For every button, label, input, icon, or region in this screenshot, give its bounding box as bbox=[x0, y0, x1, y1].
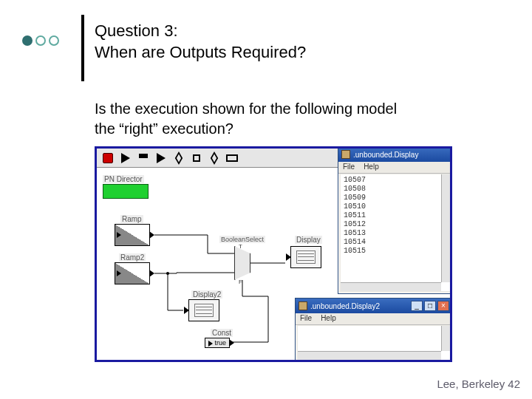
display-menubar: File Help bbox=[338, 162, 452, 174]
play-outline-icon bbox=[175, 151, 183, 165]
maximize-button[interactable]: □ bbox=[424, 301, 436, 311]
display-window-title: .unbounded.Display bbox=[353, 151, 418, 159]
output-port-icon bbox=[149, 231, 154, 239]
display-titlebar[interactable]: .unbounded.Display bbox=[338, 147, 452, 162]
stop-button[interactable] bbox=[101, 151, 115, 165]
display2-actor[interactable] bbox=[188, 299, 219, 321]
title-divider bbox=[81, 15, 84, 81]
port-icon bbox=[117, 232, 121, 238]
port-icon bbox=[117, 270, 121, 276]
port-icon bbox=[208, 341, 213, 347]
output-row: 10511 bbox=[344, 211, 447, 220]
flag-outline-button[interactable] bbox=[190, 151, 203, 165]
ramp-label: Ramp bbox=[120, 215, 143, 223]
output-row: 10514 bbox=[344, 238, 447, 247]
director-label: PN Director bbox=[103, 175, 144, 183]
title-line1: Question 3: bbox=[95, 21, 306, 42]
display2-window[interactable]: .unbounded.Display2 _ □ × File Help bbox=[295, 298, 452, 362]
minimize-button[interactable]: _ bbox=[411, 301, 423, 311]
const-actor[interactable]: true bbox=[205, 338, 230, 348]
slide-root: Question 3: When are Outputs Required? I… bbox=[0, 0, 532, 399]
ramp2-label: Ramp2 bbox=[119, 253, 146, 262]
output-port-icon bbox=[149, 270, 154, 277]
input-port-icon bbox=[184, 307, 189, 314]
ramp2-actor[interactable] bbox=[115, 262, 150, 284]
run-to-button[interactable] bbox=[137, 151, 150, 165]
display-icon bbox=[194, 304, 214, 317]
const-label: Const bbox=[211, 329, 233, 337]
input-port-icon bbox=[286, 253, 291, 261]
svg-point-0 bbox=[166, 272, 169, 275]
app-icon bbox=[341, 150, 350, 159]
booleanselect-actor[interactable] bbox=[234, 246, 250, 280]
display2-titlebar[interactable]: .unbounded.Display2 _ □ × bbox=[296, 299, 452, 313]
dot-icon bbox=[35, 35, 46, 46]
title-line2: When are Outputs Required? bbox=[95, 42, 306, 64]
play-icon bbox=[121, 153, 130, 163]
output-row: 10508 bbox=[344, 185, 447, 194]
close-button[interactable]: × bbox=[437, 301, 449, 311]
ramp-actor[interactable] bbox=[115, 224, 150, 246]
window-buttons: _ □ × bbox=[411, 301, 449, 311]
output-row: 10515 bbox=[344, 247, 447, 256]
display2-label: Display2 bbox=[191, 290, 222, 299]
display-label: Display bbox=[295, 236, 322, 244]
vertical-scrollbar[interactable] bbox=[441, 326, 450, 351]
display-window[interactable]: .unbounded.Display File Help 10507 10508… bbox=[338, 146, 452, 294]
output-row: 10507 bbox=[344, 176, 447, 185]
play-button[interactable] bbox=[119, 151, 132, 165]
display2-menubar: File Help bbox=[296, 313, 452, 325]
menu-file[interactable]: File bbox=[300, 314, 312, 324]
mux-f-label: F bbox=[239, 279, 242, 285]
step-outline-button[interactable] bbox=[172, 151, 185, 165]
output-port-icon bbox=[229, 339, 234, 347]
body-line1: Is the execution shown for the following… bbox=[95, 99, 397, 119]
decorative-dots bbox=[22, 35, 59, 46]
flag-filled-icon bbox=[139, 154, 148, 163]
display2-window-title: .unbounded.Display2 bbox=[310, 302, 380, 310]
dot-icon bbox=[49, 35, 59, 46]
footer-text: Lee, Berkeley bbox=[437, 378, 508, 390]
horizontal-scrollbar[interactable] bbox=[298, 351, 441, 360]
output-row: 10512 bbox=[344, 220, 447, 229]
stop-icon bbox=[103, 153, 113, 163]
step-button[interactable] bbox=[154, 151, 168, 165]
booleanselect-label: BooleanSelect bbox=[219, 236, 265, 243]
pn-director[interactable] bbox=[103, 184, 149, 199]
model-canvas: PN Director Ramp Ramp2 BooleanSelect T F… bbox=[95, 146, 452, 362]
slide-title: Question 3: When are Outputs Required? bbox=[95, 21, 306, 63]
output-row: 10513 bbox=[344, 229, 447, 238]
menu-help[interactable]: Help bbox=[364, 163, 379, 172]
footer-page: 42 bbox=[508, 378, 520, 390]
step-out-button[interactable] bbox=[208, 151, 221, 165]
output-row: 10509 bbox=[344, 194, 447, 202]
dot-icon bbox=[22, 35, 33, 46]
display-content: 10507 10508 10509 10510 10511 10512 1051… bbox=[341, 174, 450, 291]
export-button[interactable] bbox=[225, 151, 239, 165]
arrow-out-icon bbox=[226, 154, 238, 162]
mux-t-label: T bbox=[239, 243, 242, 250]
display-actor[interactable] bbox=[290, 246, 321, 268]
app-icon bbox=[299, 301, 307, 310]
slide-footer: Lee, Berkeley 42 bbox=[437, 378, 520, 390]
menu-help[interactable]: Help bbox=[321, 314, 336, 324]
const-value: true bbox=[215, 339, 227, 347]
step-icon bbox=[157, 153, 166, 163]
vertical-scrollbar[interactable] bbox=[441, 174, 450, 282]
step-out-icon bbox=[211, 151, 218, 165]
horizontal-scrollbar[interactable] bbox=[341, 282, 441, 291]
display-icon bbox=[296, 250, 316, 264]
output-row: 10510 bbox=[344, 202, 447, 211]
flag-outline-icon bbox=[193, 154, 200, 162]
body-line2: the “right” execution? bbox=[95, 119, 397, 139]
menu-file[interactable]: File bbox=[343, 163, 355, 172]
slide-body: Is the execution shown for the following… bbox=[95, 99, 397, 139]
